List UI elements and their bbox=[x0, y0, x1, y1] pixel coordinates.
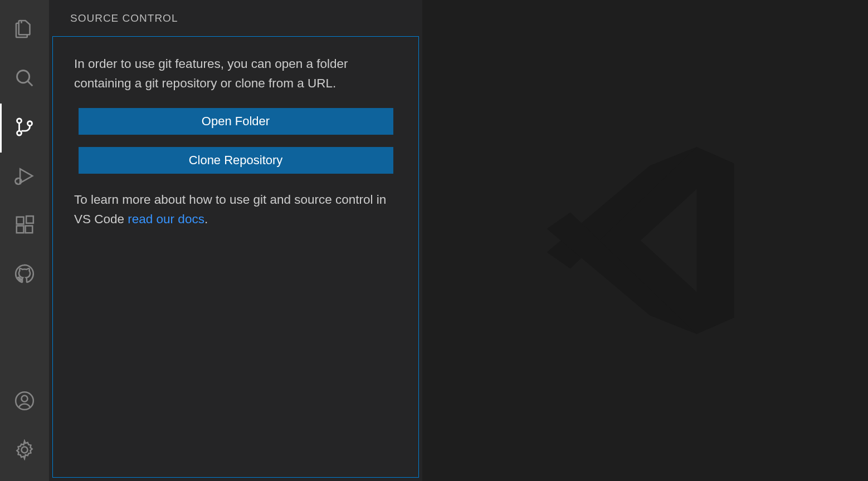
learn-more-suffix: . bbox=[204, 212, 208, 226]
source-control-panel: In order to use git features, you can op… bbox=[52, 36, 419, 478]
panel-intro-text: In order to use git features, you can op… bbox=[74, 55, 397, 94]
read-docs-link[interactable]: read our docs bbox=[128, 212, 204, 226]
svg-line-7 bbox=[16, 183, 17, 184]
learn-more-prefix: To learn more about how to use git and s… bbox=[74, 193, 386, 226]
svg-rect-11 bbox=[26, 226, 33, 233]
run-debug-tab[interactable] bbox=[0, 153, 49, 202]
svg-line-6 bbox=[16, 179, 17, 180]
search-tab[interactable] bbox=[0, 55, 49, 104]
svg-point-15 bbox=[21, 446, 27, 453]
extensions-icon bbox=[14, 214, 35, 238]
account-icon bbox=[14, 390, 35, 414]
github-icon bbox=[14, 263, 35, 287]
panel-learn-more-text: To learn more about how to use git and s… bbox=[74, 190, 397, 229]
sidebar-title: SOURCE CONTROL bbox=[49, 0, 422, 36]
extensions-tab[interactable] bbox=[0, 202, 49, 251]
svg-line-8 bbox=[19, 183, 21, 184]
settings-button[interactable] bbox=[0, 426, 49, 475]
files-icon bbox=[14, 18, 35, 42]
activity-bar-bottom bbox=[0, 377, 49, 481]
gear-icon bbox=[14, 439, 35, 463]
editor-area bbox=[422, 0, 868, 481]
run-debug-icon bbox=[14, 165, 35, 189]
svg-rect-9 bbox=[17, 217, 24, 224]
activity-bar-top bbox=[0, 6, 49, 300]
svg-point-4 bbox=[28, 121, 32, 126]
svg-point-0 bbox=[17, 71, 30, 83]
sidebar: SOURCE CONTROL In order to use git featu… bbox=[49, 0, 422, 481]
github-tab[interactable] bbox=[0, 251, 49, 300]
svg-rect-12 bbox=[26, 216, 33, 223]
open-folder-button[interactable]: Open Folder bbox=[79, 108, 393, 135]
svg-point-2 bbox=[17, 119, 22, 123]
svg-point-3 bbox=[17, 131, 22, 135]
search-icon bbox=[14, 67, 35, 91]
clone-repository-button[interactable]: Clone Repository bbox=[79, 147, 393, 174]
accounts-button[interactable] bbox=[0, 377, 49, 426]
svg-line-1 bbox=[28, 81, 33, 86]
explorer-tab[interactable] bbox=[0, 6, 49, 55]
vscode-logo-watermark bbox=[528, 124, 762, 357]
source-control-icon bbox=[14, 116, 35, 140]
svg-point-14 bbox=[21, 396, 27, 402]
svg-rect-10 bbox=[17, 226, 24, 233]
source-control-tab[interactable] bbox=[0, 104, 49, 153]
activity-bar bbox=[0, 0, 49, 481]
